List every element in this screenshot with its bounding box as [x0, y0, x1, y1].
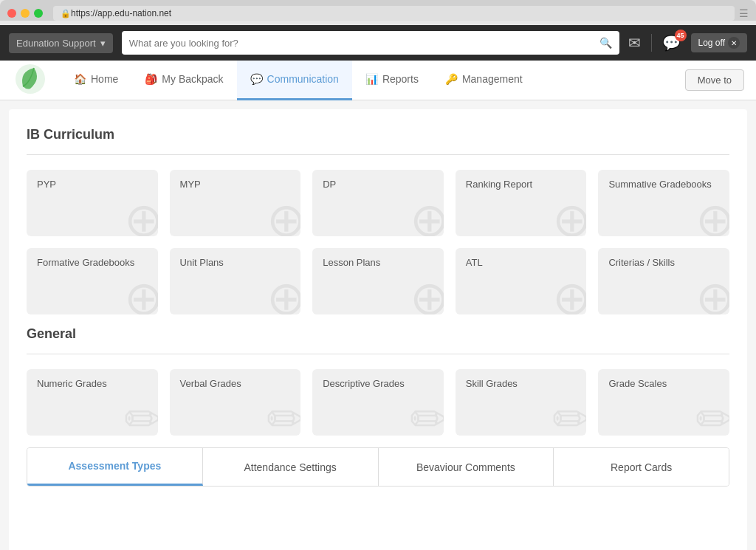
lock-icon: 🔒: [61, 9, 71, 18]
ib-bg-icon: ⊕: [124, 196, 158, 236]
card-pyp[interactable]: PYP ⊕: [27, 170, 158, 236]
bottom-tiles: Assessment Types Attendance Settings Bev…: [27, 447, 729, 487]
card-unit-plans[interactable]: Unit Plans ⊕: [170, 248, 301, 314]
tab-home-label: Home: [91, 73, 118, 85]
card-myp-label: MYP: [180, 179, 291, 190]
browser-titlebar: 🔒 https://app.edu-nation.net ☰: [7, 6, 749, 21]
ib-bg-icon: ⊕: [410, 275, 444, 314]
general-section: General Numeric Grades ✏ Verbal Grades ✏…: [27, 326, 729, 436]
ib-row-1: PYP ⊕ MYP ⊕ DP ⊕ Ranking Report ⊕ Summat…: [27, 170, 729, 236]
ib-bg-icon: ⊕: [267, 196, 300, 236]
tile-report-cards[interactable]: Report Cards: [554, 448, 729, 486]
ib-section-title: IB Curriculum: [27, 127, 729, 142]
card-atl[interactable]: ATL ⊕: [456, 248, 587, 314]
ib-bg-icon: ⊕: [552, 275, 586, 314]
card-grade-scales-label: Grade Scales: [608, 378, 719, 389]
tab-communication[interactable]: 💬 Communication: [237, 61, 352, 100]
logout-button[interactable]: Log off ✕: [691, 33, 747, 52]
card-formative-label: Formative Gradebooks: [37, 257, 148, 268]
ib-bg-icon: ⊕: [267, 275, 300, 314]
tile-attendance-settings[interactable]: Attendance Settings: [203, 448, 379, 486]
search-bar: 🔍: [122, 31, 619, 55]
home-icon: 🏠: [74, 73, 86, 85]
tab-management[interactable]: 🔑 Management: [432, 61, 536, 100]
card-atl-label: ATL: [466, 257, 577, 268]
tab-mybackpack[interactable]: 🎒 My Backpack: [131, 61, 236, 100]
card-lesson-plans-label: Lesson Plans: [323, 257, 433, 268]
card-grade-scales[interactable]: Grade Scales ✏: [598, 369, 729, 436]
tile-behaviour-comments-label: Bevaviour Comments: [416, 461, 515, 473]
main-nav-tabs: 🏠 Home 🎒 My Backpack 💬 Communication 📊 R…: [61, 61, 536, 100]
card-criterias-skills[interactable]: Criterias / Skills ⊕: [598, 248, 729, 314]
move-to-button[interactable]: Move to: [685, 69, 744, 91]
ib-row-2: Formative Gradebooks ⊕ Unit Plans ⊕ Less…: [27, 248, 729, 314]
tile-report-cards-label: Report Cards: [611, 461, 672, 473]
card-descriptive-grades[interactable]: Descriptive Grades ✏: [312, 369, 444, 436]
top-nav-bar: Edunation Support ▾ 🔍 ✉ 💬 45 Log off ✕: [0, 25, 756, 61]
card-ranking-report[interactable]: Ranking Report ⊕: [456, 170, 587, 236]
general-section-title: General: [27, 326, 729, 342]
logout-label: Log off: [698, 38, 725, 48]
ib-curriculum-section: IB Curriculum PYP ⊕ MYP ⊕ DP ⊕ Ranking R…: [27, 127, 729, 314]
top-nav-right: ✉ 💬 45 Log off ✕: [628, 33, 747, 52]
browser-chrome: 🔒 https://app.edu-nation.net ☰: [0, 0, 756, 21]
card-numeric-label: Numeric Grades: [37, 378, 148, 389]
maximize-traffic-light[interactable]: [34, 9, 43, 18]
ib-bg-icon: ⊕: [410, 196, 444, 236]
management-icon: 🔑: [445, 73, 458, 85]
card-lesson-plans[interactable]: Lesson Plans ⊕: [312, 248, 444, 314]
grade-bg-icon: ✏: [410, 396, 444, 436]
tile-assessment-types-label: Assessment Types: [68, 460, 161, 472]
card-pyp-label: PYP: [37, 179, 148, 190]
ib-divider: [27, 154, 729, 155]
card-unit-plans-label: Unit Plans: [180, 257, 291, 268]
content-area: IB Curriculum PYP ⊕ MYP ⊕ DP ⊕ Ranking R…: [9, 109, 747, 550]
logout-x-icon: ✕: [728, 37, 740, 49]
tab-reports-label: Reports: [382, 73, 419, 85]
card-ranking-label: Ranking Report: [466, 179, 577, 190]
card-skill-grades[interactable]: Skill Grades ✏: [456, 369, 587, 436]
tab-mybackpack-label: My Backpack: [162, 73, 223, 85]
card-numeric-grades[interactable]: Numeric Grades ✏: [27, 369, 158, 436]
tab-home[interactable]: 🏠 Home: [61, 61, 131, 100]
tab-reports[interactable]: 📊 Reports: [352, 61, 432, 100]
reports-icon: 📊: [365, 73, 378, 85]
close-traffic-light[interactable]: [7, 9, 16, 18]
card-descriptive-label: Descriptive Grades: [323, 378, 433, 389]
grade-bg-icon: ✏: [695, 396, 729, 436]
grade-bg-icon: ✏: [267, 396, 300, 436]
card-formative-gradebooks[interactable]: Formative Gradebooks ⊕: [27, 248, 158, 314]
tile-behaviour-comments[interactable]: Bevaviour Comments: [379, 448, 554, 486]
card-summative-gradebooks[interactable]: Summative Gradebooks ⊕: [598, 170, 729, 236]
school-selector[interactable]: Edunation Support ▾: [9, 33, 113, 53]
backpack-icon: 🎒: [145, 73, 157, 85]
dropdown-arrow-icon: ▾: [100, 38, 106, 49]
general-divider: [27, 354, 729, 354]
grade-bg-icon: ✏: [552, 396, 586, 436]
logo-area: [12, 61, 49, 100]
search-input[interactable]: [129, 38, 599, 49]
logo-icon: [12, 61, 49, 97]
notifications-button[interactable]: 💬 45: [662, 34, 681, 52]
card-verbal-label: Verbal Grades: [180, 378, 291, 389]
card-verbal-grades[interactable]: Verbal Grades ✏: [170, 369, 301, 436]
main-nav: 🏠 Home 🎒 My Backpack 💬 Communication 📊 R…: [0, 61, 756, 100]
general-row-1: Numeric Grades ✏ Verbal Grades ✏ Descrip…: [27, 369, 729, 436]
tab-communication-label: Communication: [267, 73, 339, 85]
tile-attendance-settings-label: Attendance Settings: [244, 461, 336, 473]
card-summative-label: Summative Gradebooks: [608, 179, 719, 190]
tile-assessment-types[interactable]: Assessment Types: [27, 448, 203, 486]
messages-button[interactable]: ✉: [628, 34, 641, 52]
address-bar-text: https://app.edu-nation.net: [71, 8, 727, 18]
menu-icon[interactable]: ☰: [739, 7, 749, 19]
card-dp-label: DP: [323, 179, 433, 190]
card-criterias-label: Criterias / Skills: [608, 257, 719, 268]
ib-bg-icon: ⊕: [552, 196, 586, 236]
card-skill-label: Skill Grades: [466, 378, 577, 389]
tab-management-label: Management: [462, 73, 523, 85]
minimize-traffic-light[interactable]: [21, 9, 30, 18]
communication-icon: 💬: [250, 73, 263, 85]
card-dp[interactable]: DP ⊕: [312, 170, 444, 236]
search-icon: 🔍: [599, 37, 612, 49]
card-myp[interactable]: MYP ⊕: [170, 170, 301, 236]
